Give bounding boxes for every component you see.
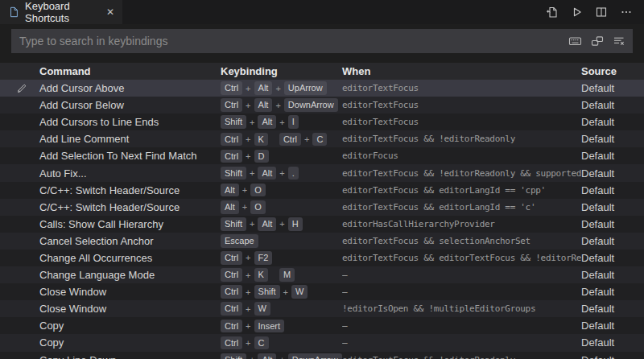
keybindings-rows: Add Cursor AboveCtrl+Alt+UpArroweditorTe… — [0, 80, 644, 359]
header-command[interactable]: Command — [35, 65, 221, 77]
sort-by-precedence-icon[interactable] — [591, 35, 604, 47]
key-chip: W — [254, 302, 270, 316]
when-label: editorTextFocus && !editorReadonly && su… — [342, 168, 581, 179]
when-label: editorTextFocus && !editorReadonly — [342, 134, 581, 144]
clear-search-icon[interactable] — [613, 35, 625, 47]
row-gutter — [0, 352, 35, 359]
command-label: Change Language Mode — [35, 269, 221, 281]
plus-separator: + — [283, 287, 288, 297]
key-chip: Alt — [254, 81, 273, 95]
key-chip: D — [254, 150, 269, 163]
keybinding-row[interactable]: Add Cursors to Line EndsShift+Alt+Iedito… — [0, 113, 644, 130]
keybinding-row[interactable]: Copy Line DownShift+Alt+DownArroweditorT… — [0, 352, 644, 359]
command-label: Add Selection To Next Find Match — [35, 150, 221, 162]
keybinding-row[interactable]: Add Cursor BelowCtrl+Alt+DownArroweditor… — [0, 97, 644, 113]
header-source[interactable]: Source — [581, 65, 644, 77]
command-label: C/C++: Switch Header/Source — [35, 201, 221, 213]
row-gutter — [0, 130, 35, 147]
row-gutter — [0, 266, 35, 283]
source-label: Default — [581, 218, 644, 230]
open-keyboard-shortcuts-json-icon[interactable] — [545, 6, 558, 19]
keybinding-row[interactable]: Cancel Selection AnchorEscapeeditorTextF… — [0, 233, 644, 250]
keybinding-row[interactable]: CopyCtrl+Insert—Default — [0, 317, 644, 334]
keybinding-row[interactable]: C/C++: Switch Header/SourceAlt+OeditorTe… — [0, 199, 644, 216]
keybinding-row[interactable]: C/C++: Switch Header/SourceAlt+OeditorTe… — [0, 182, 644, 199]
keybinding-cell: Shift+Alt+I — [221, 115, 342, 129]
source-label: Default — [581, 150, 644, 162]
record-keys-icon[interactable] — [568, 35, 582, 47]
keybinding-cell: Ctrl+C — [221, 336, 342, 350]
search-actions — [568, 35, 633, 47]
key-chip: Shift — [221, 115, 246, 129]
plus-separator: + — [246, 84, 250, 93]
plus-separator: + — [246, 253, 250, 262]
keybinding-row[interactable]: Change All OccurrencesCtrl+F2editorTextF… — [0, 250, 644, 266]
command-label: Copy Line Down — [35, 354, 221, 359]
editor-tab-bar: Keyboard Shortcuts ✕ — [0, 0, 644, 24]
plus-separator: + — [275, 84, 280, 93]
keybindings-table-header: Command Keybinding When Source — [0, 63, 644, 80]
key-chord: Ctrl+Insert — [221, 320, 284, 333]
plus-separator: + — [246, 321, 250, 331]
keybinding-row[interactable]: Add Line CommentCtrl+KCtrl+CeditorTextFo… — [0, 130, 644, 147]
keybinding-cell: Shift+Alt+H — [221, 217, 342, 231]
split-editor-icon[interactable] — [595, 6, 608, 19]
edit-keybinding-pencil-icon[interactable] — [0, 80, 35, 97]
key-chip: I — [288, 115, 299, 129]
keybinding-row[interactable]: Close WindowCtrl+Shift+W—Default — [0, 283, 644, 300]
keybinding-row[interactable]: Add Cursor AboveCtrl+Alt+UpArroweditorTe… — [0, 80, 644, 97]
plus-separator: + — [279, 355, 284, 359]
keybinding-cell: Alt+O — [221, 184, 342, 197]
row-gutter — [0, 199, 35, 216]
header-when[interactable]: When — [342, 65, 581, 77]
source-label: Default — [581, 167, 644, 180]
keybinding-row[interactable]: Close WindowCtrl+W!editorIsOpen && !mult… — [0, 300, 644, 317]
source-label: Default — [581, 116, 644, 128]
keybinding-row[interactable]: CopyCtrl+C—Default — [0, 334, 644, 351]
keybinding-row[interactable]: Change Language ModeCtrl+KM—Default — [0, 266, 644, 283]
keybinding-cell: Ctrl+W — [221, 302, 342, 316]
keybinding-cell: Alt+O — [221, 200, 342, 214]
keybinding-row[interactable]: Calls: Show Call HierarchyShift+Alt+Hedi… — [0, 216, 644, 233]
key-chip: Alt — [254, 98, 273, 112]
key-chip: Alt — [258, 115, 276, 129]
key-chord: Ctrl+K — [221, 133, 268, 146]
key-chip: DownArrow — [284, 98, 338, 112]
when-label: — — [342, 337, 581, 348]
search-input[interactable] — [11, 29, 568, 53]
close-icon[interactable]: ✕ — [106, 7, 114, 17]
when-label: editorTextFocus — [342, 83, 581, 93]
key-chip: . — [288, 167, 299, 180]
keybinding-cell: Ctrl+Alt+UpArrow — [221, 81, 342, 95]
keybinding-row[interactable]: Auto Fix...Shift+Alt+.editorTextFocus &&… — [0, 164, 644, 181]
plus-separator: + — [250, 168, 254, 178]
key-chord: Shift+Alt+H — [221, 217, 303, 231]
key-chip: Ctrl — [221, 285, 242, 299]
plus-separator: + — [246, 304, 250, 314]
keybinding-row[interactable]: Add Selection To Next Find MatchCtrl+Ded… — [0, 147, 644, 164]
key-chord: Ctrl+K — [221, 268, 268, 282]
row-gutter — [0, 233, 35, 250]
when-label: editorTextFocus && editorLangId == 'cpp' — [342, 185, 581, 196]
keybinding-cell: Shift+Alt+. — [221, 167, 342, 180]
key-chip: Ctrl — [221, 251, 242, 265]
plus-separator: + — [250, 219, 254, 229]
row-gutter — [0, 334, 35, 351]
key-chip: Ctrl — [221, 302, 242, 316]
more-actions-icon[interactable] — [620, 6, 633, 19]
key-chip: Alt — [258, 167, 276, 180]
key-chord: Shift+Alt+. — [221, 167, 299, 180]
tab-keyboard-shortcuts[interactable]: Keyboard Shortcuts ✕ — [0, 0, 122, 24]
header-keybinding[interactable]: Keybinding — [221, 65, 342, 77]
command-label: Copy — [35, 336, 221, 349]
source-label: Default — [581, 320, 644, 332]
source-label: Default — [581, 269, 644, 281]
when-label: editorTextFocus && editorLangId == 'c' — [342, 202, 581, 213]
play-icon[interactable] — [570, 6, 583, 19]
source-label: Default — [581, 235, 644, 247]
key-chip: Ctrl — [221, 268, 242, 282]
plus-separator: + — [246, 338, 250, 348]
key-chord: Alt+O — [221, 184, 266, 197]
key-chord: Ctrl+C — [279, 133, 328, 146]
plus-separator: + — [246, 134, 250, 144]
